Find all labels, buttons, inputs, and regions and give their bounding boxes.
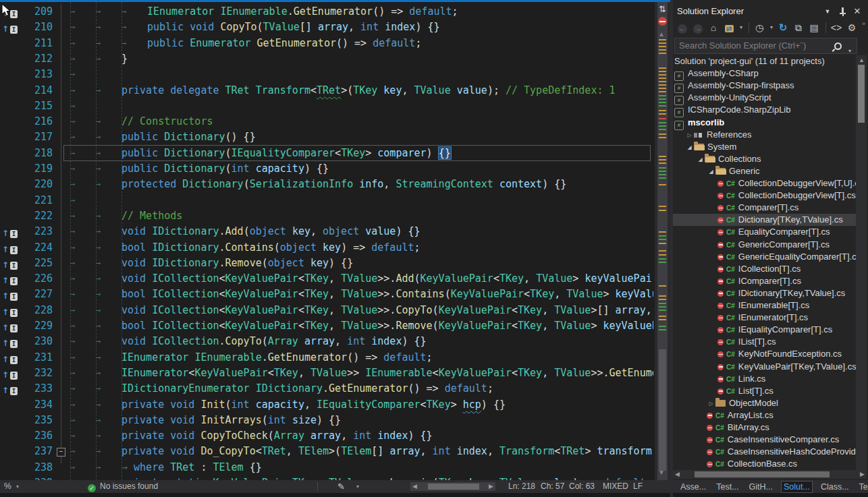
code-line[interactable]: ↑I209→→→IEnumerator IEnumerable.GetEnume… bbox=[0, 4, 653, 20]
line-number[interactable]: 238 bbox=[20, 460, 53, 475]
zoom-caret-icon[interactable]: ▾ bbox=[16, 480, 19, 493]
code-line[interactable]: ↑I231→→IEnumerator IEnumerable.GetEnumer… bbox=[0, 350, 653, 366]
refresh-icon[interactable]: ↻ bbox=[776, 19, 790, 36]
line-number[interactable]: 225 bbox=[20, 256, 53, 271]
window-position-caret-icon[interactable]: ▼ bbox=[822, 4, 833, 19]
tree-item[interactable]: ◢Collections bbox=[673, 153, 856, 165]
tree-item[interactable]: ◢System bbox=[673, 141, 856, 153]
code-line[interactable]: 217→→public Dictionary() {} bbox=[0, 129, 653, 145]
tree-item[interactable]: C#List[T].cs bbox=[673, 385, 856, 397]
tree-item[interactable]: C#CaseInsensitiveHashCodeProvider.cs bbox=[673, 446, 856, 458]
tree-item[interactable]: C#ArrayList.cs bbox=[673, 409, 856, 421]
code-line[interactable]: 239→→private static KeyValuePair<TKey, T… bbox=[0, 475, 653, 480]
code-line[interactable]: 216→→// Constructors bbox=[0, 114, 653, 129]
code-cleanup-caret-icon[interactable]: ▾ bbox=[356, 480, 359, 493]
code-line[interactable]: 236→→private void CopyToCheck(Array arra… bbox=[0, 428, 653, 444]
tree-item[interactable]: C#ICollection[T].cs bbox=[673, 263, 856, 275]
code-line[interactable]: 211→→→public Enumerator GetEnumerator() … bbox=[0, 36, 653, 51]
line-number[interactable]: 211 bbox=[20, 36, 53, 51]
document-health-indicator[interactable]: ✓No issues found bbox=[88, 480, 158, 493]
code-line[interactable]: 234→→private void Init(int capacity, IEq… bbox=[0, 397, 653, 413]
scroll-right-arrow-icon[interactable]: ▶ bbox=[860, 470, 865, 479]
code-line[interactable]: ↑I228→→void ICollection<KeyValuePair<TKe… bbox=[0, 303, 653, 318]
code-line[interactable]: ↑I224→→bool IDictionary.Contains(object … bbox=[0, 240, 653, 256]
line-number[interactable]: 237 bbox=[20, 444, 53, 459]
line-number[interactable]: 220 bbox=[20, 177, 53, 192]
fold-collapse-icon[interactable]: − bbox=[57, 448, 65, 457]
scroll-up-arrow-icon[interactable]: ▲ bbox=[658, 30, 665, 38]
code-line[interactable]: 238→→→ where TRet : TElem {} bbox=[0, 460, 653, 475]
scrollbar-thumb[interactable] bbox=[428, 484, 479, 490]
line-number[interactable]: 215 bbox=[20, 98, 53, 114]
scroll-down-arrow-icon[interactable]: ▼ bbox=[658, 469, 665, 476]
tree-horizontal-scrollbar[interactable]: ◀ ▶ bbox=[673, 470, 867, 479]
line-number[interactable]: 221 bbox=[20, 193, 53, 208]
tree-item[interactable]: C#CollectionBase.cs bbox=[673, 458, 856, 469]
collapsed-arrow-icon[interactable]: ▷ bbox=[707, 398, 715, 410]
code-line[interactable]: ↑I225→→void IDictionary.Remove(object ke… bbox=[0, 256, 653, 271]
tree-item[interactable]: C#KeyValuePair[TKey,TValue].cs bbox=[673, 361, 856, 373]
line-number[interactable]: 213 bbox=[20, 67, 53, 82]
collapsed-arrow-icon[interactable]: ▷ bbox=[685, 129, 694, 142]
code-line[interactable]: 213→ bbox=[0, 67, 653, 82]
pending-changes-filter-icon[interactable]: ◷ bbox=[753, 19, 766, 36]
code-line[interactable]: 237→→private void Do_CopyTo<TRet, TElem>… bbox=[0, 444, 653, 459]
view-code-icon[interactable]: <> bbox=[830, 19, 843, 36]
tree-item[interactable]: C#GenericEqualityComparer[T].cs bbox=[673, 251, 856, 263]
column-indicator[interactable]: Col: 63 bbox=[569, 480, 595, 493]
tree-vertical-scrollbar[interactable]: ▲ bbox=[856, 55, 867, 470]
code-line[interactable]: 215→ bbox=[0, 98, 653, 114]
expanded-arrow-icon[interactable]: ◢ bbox=[696, 154, 705, 166]
tree-item[interactable]: C#IEnumerable[T].cs bbox=[673, 299, 856, 312]
tree-item[interactable]: C#CollectionDebuggerView[T].cs bbox=[673, 189, 856, 202]
line-number[interactable]: 217 bbox=[20, 129, 53, 145]
tree-item[interactable]: ◢Generic bbox=[673, 165, 856, 177]
line-number[interactable]: 226 bbox=[20, 271, 53, 287]
zoom-control[interactable]: % bbox=[4, 480, 11, 493]
line-number[interactable]: 228 bbox=[20, 303, 53, 318]
code-line[interactable]: ↑I223→→void IDictionary.Add(object key, … bbox=[0, 224, 653, 239]
scrollbar-thumb[interactable] bbox=[659, 349, 666, 471]
toolbar-overflow-icon[interactable]: » bbox=[862, 19, 865, 28]
scroll-left-arrow-icon[interactable]: ◀ bbox=[675, 470, 680, 479]
scroll-left-arrow-icon[interactable]: ◀ bbox=[412, 482, 417, 491]
line-ending-mixed-indicator[interactable]: MIXED bbox=[603, 480, 628, 493]
code-line[interactable]: 214→→private delegate TRet Transform<TRe… bbox=[0, 83, 653, 98]
scrollbar-thumb[interactable] bbox=[858, 65, 865, 123]
char-indicator[interactable]: Ch: 57 bbox=[541, 480, 564, 493]
code-line[interactable]: ↑I230→→void ICollection.CopyTo(Array arr… bbox=[0, 334, 653, 349]
collapse-all-icon[interactable]: ⧉ bbox=[792, 19, 805, 36]
tree-item[interactable]: #ICSharpCode.SharpZipLib bbox=[673, 104, 856, 116]
tree-item[interactable]: C#CaseInsensitiveComparer.cs bbox=[673, 434, 856, 446]
tree-item[interactable]: C#IEnumerator[T].cs bbox=[673, 312, 856, 324]
editor-horizontal-scrollbar[interactable]: ◀ ▶ bbox=[410, 482, 495, 491]
tool-window-tab[interactable]: GitH... bbox=[747, 481, 775, 492]
code-line[interactable]: ↑I232→→IEnumerator<KeyValuePair<TKey, TV… bbox=[0, 366, 653, 381]
tree-item[interactable]: C#IComparer[T].cs bbox=[673, 275, 856, 287]
tree-item[interactable]: C#EqualityComparer[T].cs bbox=[673, 226, 856, 238]
sync-with-active-document-icon[interactable]: ⇄ bbox=[722, 19, 736, 36]
tree-item[interactable]: C#GenericComparer[T].cs bbox=[673, 239, 856, 251]
scroll-up-arrow-icon[interactable]: ▲ bbox=[859, 57, 865, 63]
search-icon[interactable] bbox=[834, 42, 842, 50]
tree-item[interactable]: C#Dictionary[TKey,TValue].cs bbox=[673, 214, 856, 226]
line-number[interactable]: 209 bbox=[20, 4, 53, 20]
tool-window-tab[interactable]: Test... bbox=[714, 481, 740, 492]
expanded-arrow-icon[interactable]: ◢ bbox=[707, 166, 715, 178]
line-number[interactable]: 223 bbox=[20, 224, 53, 239]
eol-indicator[interactable]: LF bbox=[633, 480, 643, 493]
code-line[interactable]: 220→→protected Dictionary(SerializationI… bbox=[0, 177, 653, 192]
line-number[interactable]: 236 bbox=[20, 428, 53, 444]
line-number[interactable]: 214 bbox=[20, 83, 53, 98]
tree-item[interactable]: #Assembly-CSharp bbox=[673, 67, 856, 80]
line-number[interactable]: 232 bbox=[20, 366, 53, 381]
code-line[interactable]: 222→→// Methods bbox=[0, 208, 653, 224]
code-line[interactable]: ↑I233→→IDictionaryEnumerator IDictionary… bbox=[0, 381, 653, 397]
tree-item[interactable]: C#Comparer[T].cs bbox=[673, 202, 856, 214]
tree-item[interactable]: #Assembly-UnityScript bbox=[673, 92, 856, 104]
solution-explorer-titlebar[interactable]: Solution Explorer ▼ ✕ bbox=[673, 4, 868, 19]
tree-item[interactable]: C#IList[T].cs bbox=[673, 336, 856, 348]
line-number[interactable]: 230 bbox=[20, 334, 53, 349]
split-window-handle-icon[interactable]: ⇅ bbox=[657, 3, 668, 16]
code-line[interactable]: 218→→public Dictionary(IEqualityComparer… bbox=[0, 146, 653, 161]
